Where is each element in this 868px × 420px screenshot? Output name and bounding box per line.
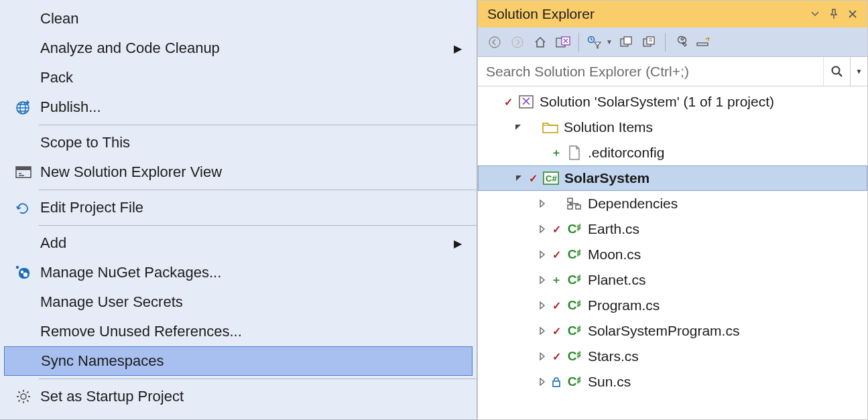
search-icon[interactable] bbox=[823, 57, 850, 86]
expander-closed-icon[interactable] bbox=[536, 276, 549, 284]
tree-item[interactable]: C♯Sun.cs bbox=[478, 369, 867, 395]
search-dropdown-icon[interactable]: ▼ bbox=[850, 57, 867, 86]
menu-label: Add bbox=[40, 234, 454, 252]
file-icon bbox=[564, 145, 585, 161]
menu-item[interactable]: Set as Startup Project bbox=[0, 382, 477, 411]
menu-item[interactable]: Manage NuGet Packages... bbox=[0, 258, 477, 287]
tree-item[interactable]: Dependencies bbox=[478, 191, 867, 216]
cs-icon: C♯ bbox=[564, 298, 585, 313]
preview-icon[interactable] bbox=[692, 31, 715, 54]
tree-item[interactable]: ✓C♯Moon.cs bbox=[478, 242, 867, 267]
switch-views-icon[interactable] bbox=[552, 31, 574, 54]
tree-item[interactable]: ✓C♯Earth.cs bbox=[478, 216, 867, 242]
menu-label: Clean bbox=[40, 10, 454, 27]
expander-closed-icon[interactable] bbox=[536, 378, 549, 386]
submenu-arrow-icon: ▶ bbox=[454, 42, 466, 55]
globe-icon bbox=[7, 98, 40, 116]
sync-icon[interactable] bbox=[615, 31, 638, 54]
tree-label: SolarSystemProgram.cs bbox=[585, 323, 739, 339]
expander-closed-icon[interactable] bbox=[536, 225, 549, 233]
vcs-check-icon: ✓ bbox=[549, 249, 564, 261]
expander-closed-icon[interactable] bbox=[536, 352, 549, 360]
menu-item[interactable]: Clean bbox=[0, 4, 477, 33]
vcs-check-icon: ✓ bbox=[525, 172, 540, 185]
vcs-check-icon: ✓ bbox=[549, 350, 564, 363]
deps-icon bbox=[564, 197, 585, 210]
vcs-added-icon: ＋ bbox=[549, 146, 564, 160]
menu-item[interactable]: Remove Unused References... bbox=[0, 317, 477, 346]
separator bbox=[578, 33, 579, 52]
tree-label: Solution 'SolarSystem' (1 of 1 project) bbox=[537, 94, 774, 110]
tree-label: Moon.cs bbox=[585, 247, 641, 263]
tree-item[interactable]: ✓C♯Program.cs bbox=[478, 293, 867, 318]
tree-item[interactable]: ✓C#SolarSystem bbox=[478, 165, 867, 191]
forward-icon[interactable] bbox=[506, 31, 529, 54]
tree-item[interactable]: ＋.editorconfig bbox=[478, 140, 867, 165]
pending-changes-filter-icon[interactable] bbox=[583, 31, 606, 54]
menu-item[interactable]: New Solution Explorer View bbox=[0, 157, 477, 187]
menu-label: Manage NuGet Packages... bbox=[40, 264, 454, 281]
cs-icon: C♯ bbox=[564, 247, 585, 262]
context-menu: CleanAnalyze and Code Cleanup▶PackPublis… bbox=[0, 0, 477, 420]
menu-item[interactable]: Manage User Secrets bbox=[0, 287, 477, 317]
menu-item[interactable]: Analyze and Code Cleanup▶ bbox=[0, 33, 477, 63]
cs-icon: C♯ bbox=[564, 374, 585, 389]
menu-item[interactable]: Sync Namespaces bbox=[4, 346, 473, 376]
svg-point-10 bbox=[512, 37, 523, 48]
tree-item[interactable]: ✓C♯Stars.cs bbox=[478, 344, 867, 369]
search-input[interactable] bbox=[478, 57, 823, 86]
svg-rect-26 bbox=[553, 381, 560, 387]
menu-item[interactable]: Add▶ bbox=[0, 228, 477, 258]
show-all-files-icon[interactable] bbox=[638, 31, 661, 54]
menu-item[interactable]: Publish... bbox=[0, 92, 477, 122]
solution-icon bbox=[515, 94, 537, 109]
expander-open-icon[interactable] bbox=[512, 174, 525, 182]
back-icon[interactable] bbox=[483, 31, 506, 54]
properties-icon[interactable] bbox=[670, 31, 692, 54]
tree-label: Stars.cs bbox=[585, 348, 639, 364]
separator bbox=[39, 125, 477, 125]
search-row: ▼ bbox=[478, 57, 867, 86]
tree-item[interactable]: ＋C♯Planet.cs bbox=[478, 267, 867, 293]
window-dropdown-icon[interactable] bbox=[806, 5, 824, 23]
expander-closed-icon[interactable] bbox=[536, 301, 549, 309]
explorer-toolbar: ▼ bbox=[478, 27, 867, 57]
home-icon[interactable] bbox=[529, 31, 552, 54]
vcs-check-icon: ✓ bbox=[501, 96, 515, 109]
svg-rect-25 bbox=[568, 205, 572, 209]
svg-rect-23 bbox=[568, 198, 572, 202]
expander-closed-icon[interactable] bbox=[536, 251, 549, 259]
menu-label: Scope to This bbox=[40, 134, 454, 151]
menu-label: Analyze and Code Cleanup bbox=[40, 40, 454, 57]
menu-item[interactable]: Edit Project File bbox=[0, 193, 477, 222]
vcs-lock-icon bbox=[549, 376, 564, 387]
dropdown-icon[interactable]: ▼ bbox=[606, 38, 615, 46]
tree-label: Sun.cs bbox=[585, 374, 631, 390]
tree-label: SolarSystem bbox=[562, 170, 649, 186]
pin-icon[interactable] bbox=[824, 5, 843, 23]
tree-item[interactable]: ✓Solution 'SolarSystem' (1 of 1 project) bbox=[478, 89, 867, 115]
explorer-title: Solution Explorer bbox=[487, 6, 806, 22]
svg-point-8 bbox=[21, 394, 26, 399]
menu-item[interactable]: Scope to This bbox=[0, 128, 477, 157]
tree-item[interactable]: Solution Items bbox=[478, 115, 867, 140]
tree-label: Planet.cs bbox=[585, 272, 645, 288]
window-icon bbox=[7, 165, 40, 180]
expander-closed-icon[interactable] bbox=[536, 200, 549, 208]
menu-item[interactable]: Pack bbox=[0, 63, 477, 92]
tree-item[interactable]: ✓C♯SolarSystemProgram.cs bbox=[478, 318, 867, 344]
cs-icon: C♯ bbox=[564, 273, 585, 287]
menu-label: Publish... bbox=[40, 98, 454, 116]
explorer-titlebar: Solution Explorer bbox=[478, 1, 867, 27]
svg-point-19 bbox=[832, 66, 839, 74]
expander-open-icon[interactable] bbox=[511, 123, 525, 131]
gear-icon bbox=[7, 389, 40, 405]
tree-label: Solution Items bbox=[561, 119, 653, 135]
cs-icon: C♯ bbox=[564, 349, 585, 364]
svg-point-6 bbox=[23, 273, 27, 277]
menu-label: Set as Startup Project bbox=[40, 388, 454, 405]
svg-rect-18 bbox=[697, 43, 708, 46]
expander-closed-icon[interactable] bbox=[536, 327, 549, 335]
close-icon[interactable] bbox=[843, 5, 862, 23]
menu-label: New Solution Explorer View bbox=[40, 163, 454, 181]
